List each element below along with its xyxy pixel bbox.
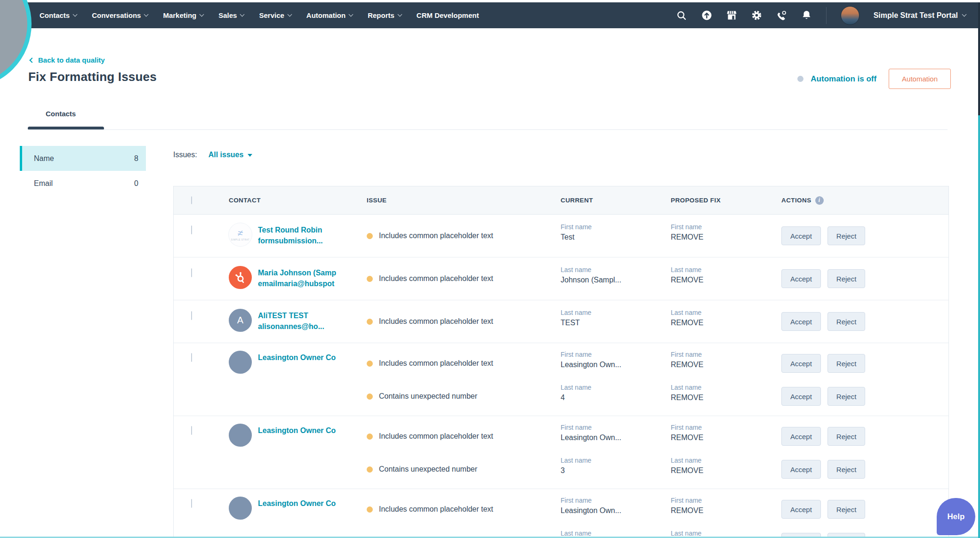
contact-avatar[interactable]	[229, 424, 252, 447]
issue-sub-row: Includes common placeholder text Last na…	[367, 308, 948, 335]
column-header-proposed-fix[interactable]: PROPOSED FIX	[671, 197, 781, 204]
issue-description: Includes common placeholder text	[379, 274, 493, 283]
current-field-value: Johnson (Sampl...	[561, 276, 671, 284]
marketplace-icon[interactable]	[726, 10, 737, 21]
row-checkbox[interactable]	[191, 426, 192, 435]
reject-button[interactable]: Reject	[827, 427, 866, 446]
proposed-fix-field-value: REMOVE	[671, 233, 781, 241]
accept-button[interactable]: Accept	[781, 460, 821, 479]
table-row: A AliTEST TESTalisonannes@ho... Includes…	[174, 300, 948, 343]
issues-filter-dropdown[interactable]: All issues	[209, 151, 253, 159]
nav-item-conversations[interactable]: Conversations	[92, 11, 148, 19]
issues-filter-label: Issues:	[173, 151, 197, 159]
contact-avatar[interactable]	[229, 266, 252, 289]
contact-avatar[interactable]	[229, 351, 252, 374]
nav-item-crm-development[interactable]: CRM Development	[417, 11, 479, 19]
warning-dot-icon	[367, 434, 373, 440]
current-field-label: Last name	[561, 384, 671, 391]
row-checkbox[interactable]	[191, 499, 192, 508]
reject-button[interactable]: Reject	[827, 269, 866, 288]
frame-edge-right-dark	[978, 2, 980, 115]
sidebar-item-count: 0	[134, 179, 138, 188]
contact-name-link[interactable]: Leasington Owner Co	[258, 351, 336, 363]
issue-description: Contains unexpected number	[379, 392, 477, 401]
nav-item-contacts[interactable]: Contacts	[40, 11, 77, 19]
accept-button[interactable]: Accept	[781, 387, 821, 406]
issue-description: Includes common placeholder text	[379, 505, 493, 514]
proposed-fix-field-label: First name	[671, 497, 781, 504]
reject-button[interactable]: Reject	[827, 460, 866, 479]
issues-filter-value: All issues	[209, 151, 244, 159]
automation-status-label: Automation is off	[811, 74, 876, 84]
proposed-fix-field-value: REMOVE	[671, 319, 781, 327]
contact-name-link[interactable]: Leasington Owner Co	[258, 424, 336, 436]
contact-avatar[interactable]: A	[229, 309, 252, 332]
current-field-value: Leasington Own...	[561, 434, 671, 442]
contact-avatar[interactable]: ≠ SIMPLE STRAT	[229, 223, 252, 246]
frame-edge-right-teal	[978, 115, 980, 538]
nav-item-automation[interactable]: Automation	[306, 11, 353, 19]
contact-name-link[interactable]: AliTEST TESTalisonannes@ho...	[258, 309, 324, 332]
reject-button[interactable]: Reject	[827, 500, 866, 519]
nav-divider	[826, 7, 827, 24]
chevron-down-icon	[962, 12, 967, 17]
table-body: ≠ SIMPLE STRAT Test Round Robinformsubmi…	[174, 215, 948, 538]
accept-button[interactable]: Accept	[781, 354, 821, 373]
reject-button[interactable]: Reject	[827, 354, 866, 373]
nav-item-service[interactable]: Service	[259, 11, 291, 19]
nav-right-cluster: Simple Strat Test Portal	[676, 6, 966, 25]
reject-button[interactable]: Reject	[827, 226, 866, 245]
column-header-contact[interactable]: CONTACT	[229, 197, 367, 204]
column-header-current[interactable]: CURRENT	[561, 197, 671, 204]
proposed-fix-field-label: Last name	[671, 266, 781, 273]
select-all-checkbox[interactable]	[191, 196, 192, 204]
notifications-bell-icon[interactable]	[801, 10, 812, 21]
row-checkbox[interactable]	[191, 225, 192, 234]
caret-down-icon	[248, 154, 252, 157]
portal-switcher[interactable]: Simple Strat Test Portal	[874, 11, 966, 20]
contact-avatar[interactable]	[229, 497, 252, 520]
row-checkbox[interactable]	[191, 311, 192, 320]
status-dot-icon	[797, 76, 803, 82]
automation-button[interactable]: Automation	[889, 69, 951, 89]
accept-button[interactable]: Accept	[781, 312, 821, 331]
info-icon[interactable]: i	[815, 196, 824, 205]
settings-gear-icon[interactable]	[751, 10, 762, 21]
nav-item-reports[interactable]: Reports	[368, 11, 402, 19]
issue-description: Includes common placeholder text	[379, 232, 493, 240]
row-checkbox[interactable]	[191, 268, 192, 277]
issue-description: Includes common placeholder text	[379, 432, 493, 441]
back-to-data-quality-link[interactable]: Back to data quality	[30, 56, 105, 64]
accept-button[interactable]: Accept	[781, 427, 821, 446]
accept-button[interactable]: Accept	[781, 226, 821, 245]
sidebar-item-email[interactable]: Email 0	[20, 171, 146, 196]
chevron-down-icon	[287, 12, 292, 17]
sidebar-item-name[interactable]: Name 8	[20, 146, 146, 171]
nav-item-marketing[interactable]: Marketing	[163, 11, 203, 19]
column-header-issue[interactable]: ISSUE	[367, 197, 561, 204]
help-button[interactable]: Help	[937, 498, 975, 535]
search-icon[interactable]	[676, 10, 687, 21]
tab-contacts[interactable]: Contacts	[46, 110, 76, 118]
nav-item-label: CRM Development	[417, 11, 479, 19]
issues-filter: Issues: All issues	[173, 151, 252, 159]
issue-sub-row: Contains unexpected number Last name 3 L…	[367, 456, 948, 483]
contact-name-link[interactable]: Maria Johnson (Sampemailmaria@hubspot	[258, 266, 336, 289]
contact-name-link[interactable]: Leasington Owner Co	[258, 497, 336, 509]
contact-name-link[interactable]: Test Round Robinformsubmission...	[258, 223, 323, 246]
nav-item-sales[interactable]: Sales	[218, 11, 244, 19]
nav-item-label: Automation	[306, 11, 345, 19]
issue-sub-row: Includes common placeholder text Last na…	[367, 265, 948, 292]
nav-menu: Contacts Conversations Marketing Sales S…	[40, 11, 479, 19]
row-checkbox[interactable]	[191, 353, 192, 362]
accept-button[interactable]: Accept	[781, 269, 821, 288]
proposed-fix-field-label: First name	[671, 223, 781, 231]
reject-button[interactable]: Reject	[827, 312, 866, 331]
reject-button[interactable]: Reject	[827, 387, 866, 406]
accept-button[interactable]: Accept	[781, 500, 821, 519]
user-avatar[interactable]	[841, 6, 860, 25]
upload-icon[interactable]	[701, 10, 712, 21]
current-field-value: 4	[561, 393, 671, 402]
warning-dot-icon	[367, 466, 373, 473]
calling-phone-icon[interactable]	[776, 10, 787, 21]
